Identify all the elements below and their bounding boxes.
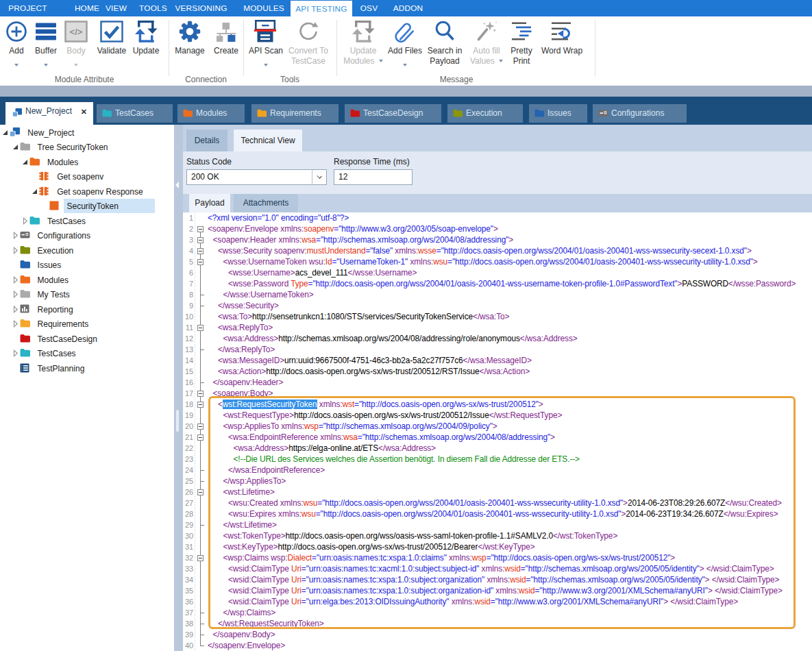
svg-text:</>: </> [70,27,83,37]
